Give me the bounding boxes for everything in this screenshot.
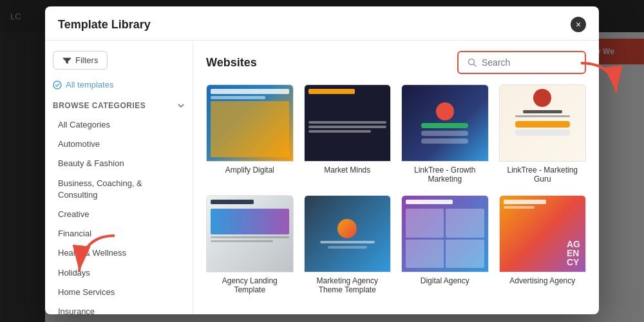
- search-box[interactable]: [457, 51, 586, 74]
- category-item-financial[interactable]: Financial: [53, 224, 185, 243]
- template-thumb-advertising: AGENCY: [499, 195, 587, 272]
- template-card-advertising[interactable]: AGENCY Advertising Agency: [499, 195, 587, 296]
- thumb-line: [308, 121, 387, 124]
- search-icon: [468, 58, 477, 67]
- thumb-btn2: [515, 129, 570, 136]
- thumb-name: [523, 110, 562, 113]
- filter-icon: [62, 56, 71, 65]
- thumb-big-text: AGENCY: [567, 240, 580, 267]
- all-templates-link[interactable]: All templates: [53, 79, 185, 91]
- thumb-cell1: [406, 209, 444, 238]
- modal-body: Filters All templates Browse Categories …: [45, 41, 599, 314]
- category-item-beauty[interactable]: Beauty & Fashion: [53, 154, 185, 173]
- thumb-bar: [211, 200, 254, 204]
- thumb-avatar: [533, 89, 551, 107]
- template-card-amplify[interactable]: Amplify Digital: [206, 84, 294, 185]
- search-input[interactable]: [482, 57, 576, 68]
- thumb-bar: [308, 89, 355, 94]
- template-grid-row2: Agency Landing Template Marketing Agency…: [206, 195, 586, 296]
- template-card-linktree-guru[interactable]: LinkTree - Marketing Guru: [499, 84, 587, 185]
- thumb-img: [211, 209, 289, 234]
- category-item-automotive[interactable]: Automotive: [53, 135, 185, 154]
- modal-header: Template Library ×: [45, 6, 599, 41]
- template-name-market-minds: Market Minds: [304, 162, 392, 176]
- thumb-line2: [211, 240, 273, 242]
- thumb-img: [211, 101, 289, 157]
- category-item-home[interactable]: Home Services: [53, 283, 185, 302]
- svg-line-2: [474, 64, 477, 67]
- thumb-cell3: [406, 240, 444, 269]
- thumb-cell2: [446, 209, 484, 238]
- filters-button[interactable]: Filters: [53, 51, 108, 70]
- thumb-bar: [406, 200, 453, 204]
- thumb-line: [320, 241, 375, 243]
- template-name-agency-landing: Agency Landing Template: [206, 272, 294, 296]
- category-item-all[interactable]: All Categories: [53, 115, 185, 135]
- template-name-amplify: Amplify Digital: [206, 162, 294, 176]
- template-thumb-linktree: [401, 84, 489, 162]
- filters-label: Filters: [75, 55, 98, 65]
- content-top-bar: Websites: [206, 51, 586, 74]
- category-item-business[interactable]: Business, Coaching, & Consulting: [53, 174, 185, 205]
- category-item-insurance[interactable]: Insurance: [53, 302, 185, 314]
- template-thumb-amplify: [206, 84, 294, 162]
- template-thumb-digital: [401, 195, 489, 272]
- thumb-bar2: [211, 96, 265, 99]
- thumb-icon: [337, 219, 357, 238]
- thumb-line2: [308, 126, 387, 128]
- template-name-advertising: Advertising Agency: [499, 272, 587, 287]
- thumb-line2: [328, 246, 367, 249]
- categories-list: All CategoriesAutomotiveBeauty & Fashion…: [53, 115, 185, 314]
- circle-check-icon: [53, 80, 62, 90]
- template-name-linktree-growth: LinkTree - Growth Marketing: [401, 162, 489, 185]
- thumb-line3: [308, 130, 371, 133]
- category-item-holidays[interactable]: Holidays: [53, 263, 185, 283]
- category-item-creative[interactable]: Creative: [53, 205, 185, 224]
- sidebar: Filters All templates Browse Categories …: [45, 41, 193, 314]
- template-card-marketing-theme[interactable]: Marketing Agency Theme Template: [304, 195, 392, 296]
- template-thumb-agency: [206, 195, 294, 272]
- thumb-btn1: [421, 123, 468, 128]
- template-grid-row1: Amplify Digital Market Minds: [206, 84, 586, 185]
- template-card-agency-landing[interactable]: Agency Landing Template: [206, 195, 294, 296]
- template-thumb-linktree-guru: [499, 84, 587, 162]
- template-name-marketing-theme: Marketing Agency Theme Template: [304, 272, 392, 296]
- thumb-btn1: [515, 121, 570, 128]
- template-card-digital-agency[interactable]: Digital Agency: [401, 195, 489, 296]
- thumb-avatar: [436, 102, 454, 120]
- thumb-cell4: [446, 240, 484, 269]
- thumb-bar2: [504, 206, 535, 209]
- template-thumb-marketing-theme: [304, 195, 392, 272]
- main-content: Websites: [193, 41, 599, 314]
- template-card-linktree-growth[interactable]: LinkTree - Growth Marketing: [401, 84, 489, 185]
- template-library-modal: Template Library × Filters All t: [45, 6, 599, 314]
- thumb-bar: [211, 89, 289, 94]
- template-name-linktree-guru: LinkTree - Marketing Guru: [499, 162, 587, 185]
- thumb-btn2: [421, 131, 468, 136]
- modal-close-button[interactable]: ×: [571, 17, 586, 32]
- chevron-down-icon: [177, 102, 185, 109]
- modal-overlay: Template Library × Filters All t: [0, 0, 644, 322]
- template-card-market-minds[interactable]: Market Minds: [304, 84, 392, 185]
- section-title: Websites: [206, 56, 257, 70]
- category-item-health[interactable]: Health & Wellness: [53, 243, 185, 263]
- thumb-line: [211, 236, 289, 238]
- template-name-digital-agency: Digital Agency: [401, 272, 489, 287]
- thumb-bar: [504, 200, 547, 204]
- template-thumb-market-minds: [304, 84, 392, 162]
- thumb-btn3: [421, 138, 468, 144]
- all-templates-label: All templates: [66, 80, 113, 90]
- thumb-desc: [515, 115, 570, 117]
- modal-title: Template Library: [58, 18, 151, 32]
- browse-categories-label: Browse Categories: [53, 101, 146, 110]
- thumb-grid: [406, 209, 484, 268]
- thumb-text: [308, 96, 387, 157]
- browse-categories-header[interactable]: Browse Categories: [53, 101, 185, 110]
